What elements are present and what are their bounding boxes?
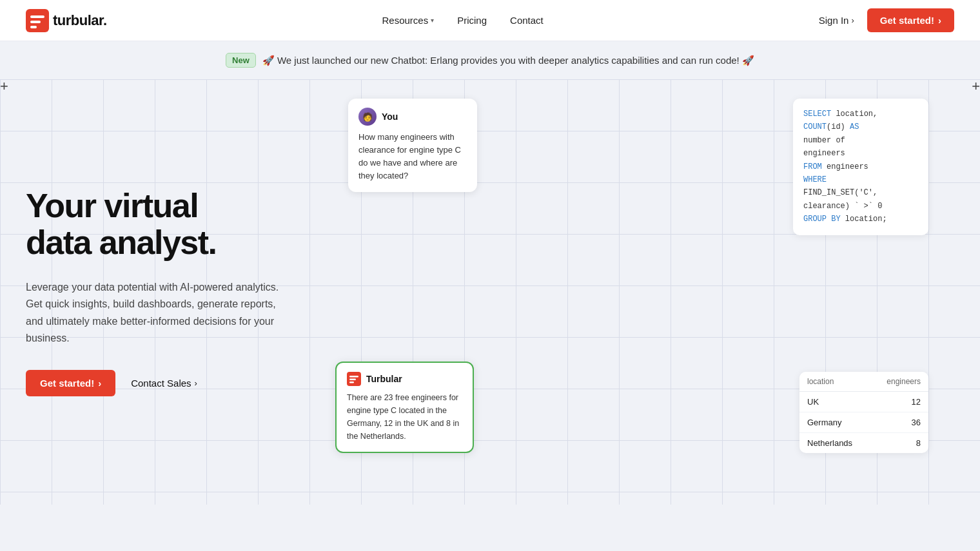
table-cell-engineers-1: 36 [864, 418, 921, 427]
svg-rect-7 [349, 382, 354, 383]
table-row: Netherlands 8 [799, 433, 928, 453]
turbular-name: Turbular [366, 374, 402, 384]
navbar: turbular. Resources ▾ Pricing Contact Si… [0, 0, 980, 41]
demo-area: 🧑 You How many engineers with clearance … [297, 79, 954, 505]
sign-in-link[interactable]: Sign In › [819, 15, 854, 26]
nav-resources[interactable]: Resources ▾ [382, 15, 435, 26]
table-cell-engineers-2: 8 [864, 438, 921, 448]
table-col-engineers: engineers [864, 377, 921, 386]
hero-text-block: Your virtual data analyst. Leverage your… [26, 149, 297, 436]
new-badge: New [226, 53, 256, 68]
chat-you-header: 🧑 You [358, 108, 467, 126]
chevron-down-icon: ▾ [431, 17, 434, 24]
chat-you-message: How many engineers with clearance for en… [358, 131, 467, 183]
main-content: Your virtual data analyst. Leverage your… [0, 79, 980, 505]
nav-get-started-button[interactable]: Get started! › [867, 8, 954, 32]
nav-right: Sign In › Get started! › [819, 8, 954, 32]
svg-rect-6 [349, 379, 356, 381]
table-cell-location-1: Germany [807, 418, 864, 427]
table-row: UK 12 [799, 392, 928, 412]
svg-rect-1 [30, 15, 44, 18]
avatar: 🧑 [358, 108, 377, 126]
turbular-logo-icon [26, 9, 49, 32]
turbular-message: There are 23 free engineers for engine t… [347, 391, 462, 443]
hero-subtitle: Leverage your data potential with AI-pow… [26, 279, 284, 347]
announcement-banner: New 🚀 We just launched our new Chatbot: … [0, 41, 980, 79]
table-cell-location-2: Netherlands [807, 438, 864, 448]
svg-rect-2 [30, 21, 41, 23]
contact-sales-link[interactable]: Contact Sales › [131, 378, 197, 389]
sql-panel: SELECT location, COUNT(id) AS number of … [793, 99, 928, 235]
turbular-header: Turbular [347, 372, 462, 386]
chat-you-name: You [382, 111, 398, 122]
table-col-location: location [807, 377, 864, 386]
logo-link[interactable]: turbular. [26, 9, 107, 32]
arrow-icon: › [98, 378, 101, 389]
nav-links: Resources ▾ Pricing Contact [382, 15, 544, 26]
table-row: Germany 36 [799, 412, 928, 433]
arrow-icon: › [195, 378, 197, 388]
arrow-right-icon: › [938, 15, 941, 26]
logo-text: turbular. [53, 12, 107, 29]
plus-corner-tr: + [972, 79, 980, 93]
hero-get-started-button[interactable]: Get started! › [26, 370, 115, 396]
banner-text: 🚀 We just launched our new Chatbot: Erla… [262, 55, 754, 66]
svg-rect-3 [30, 26, 37, 28]
turbular-logo-small-icon [347, 372, 361, 386]
table-header-row: location engineers [799, 372, 928, 392]
table-cell-location-0: UK [807, 397, 864, 407]
plus-corner-tl: + [0, 79, 8, 93]
cta-row: Get started! › Contact Sales › [26, 370, 297, 396]
table-cell-engineers-0: 12 [864, 397, 921, 407]
arrow-right-icon: › [851, 15, 854, 25]
svg-rect-5 [349, 376, 358, 378]
hero-title: Your virtual data analyst. [26, 188, 297, 261]
hero-section: + + Your virtual data analyst. Leverage … [0, 79, 980, 505]
results-table: location engineers UK 12 Germany 36 Neth… [799, 372, 928, 453]
chat-you-bubble: 🧑 You How many engineers with clearance … [348, 99, 477, 192]
chat-turbular-bubble: Turbular There are 23 free engineers for… [335, 362, 474, 453]
sql-code: SELECT location, COUNT(id) AS number of … [803, 108, 918, 226]
nav-contact[interactable]: Contact [510, 15, 544, 26]
nav-pricing[interactable]: Pricing [457, 15, 487, 26]
